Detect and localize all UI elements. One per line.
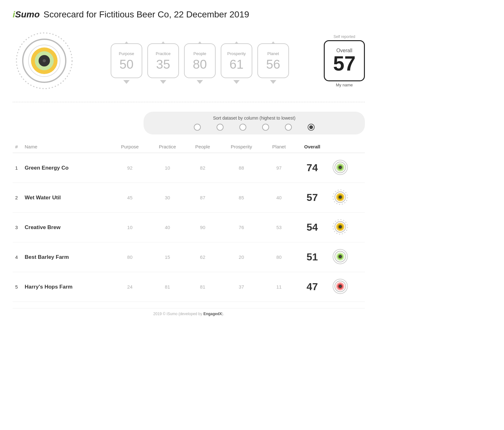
table-row: 3 Creative Brew 10 40 90 76 53 54	[13, 213, 365, 242]
score-card-label: Purpose	[119, 51, 134, 56]
overall-value: 57	[333, 53, 355, 74]
footer-link[interactable]: EngagedX	[203, 312, 222, 316]
score-card-purpose: Purpose 50	[111, 41, 142, 80]
bullseye-cell	[330, 272, 365, 302]
mini-bullseye-icon	[332, 219, 348, 235]
practice-cell: 30	[149, 183, 186, 213]
bullseye-cell	[330, 153, 365, 183]
score-card-box: People 80	[184, 43, 216, 78]
col-header-prosperity: Prosperity	[219, 141, 263, 153]
people-cell: 87	[186, 183, 219, 213]
name-cell: Best Barley Farm	[22, 242, 111, 272]
planet-cell: 53	[263, 213, 294, 242]
overall-section: Self reported Overall 57 My name	[324, 34, 365, 87]
mini-bullseye-icon	[332, 159, 348, 175]
score-card-box: Purpose 50	[111, 43, 142, 78]
planet-cell: 11	[263, 272, 294, 302]
score-card-practice: Practice 35	[147, 41, 179, 80]
score-card-value: 61	[230, 58, 244, 71]
bullseye-cell	[330, 242, 365, 272]
table-row: 5 Harry's Hops Farm 24 81 81 37 11 47	[13, 272, 365, 302]
sort-radio-purpose[interactable]	[194, 124, 201, 131]
score-card-value: 50	[120, 58, 134, 71]
sort-label: Sort dataset by column (highest to lowes…	[213, 115, 296, 121]
table-header-row: # Name Purpose Practice People Prosperit…	[13, 141, 365, 153]
arrow-down-icon	[197, 80, 203, 84]
score-card-label: Practice	[156, 51, 171, 56]
purpose-cell: 80	[111, 242, 149, 272]
score-card-prosperity: Prosperity 61	[221, 41, 252, 80]
purpose-cell: 10	[111, 213, 149, 242]
score-card-value: 80	[193, 58, 207, 71]
sort-section: Sort dataset by column (highest to lowes…	[13, 112, 365, 134]
practice-cell: 15	[149, 242, 186, 272]
arrow-down-icon	[123, 80, 130, 84]
col-header-purpose: Purpose	[111, 141, 149, 153]
planet-cell: 97	[263, 153, 294, 183]
svg-point-36	[340, 286, 341, 287]
rank-cell: 4	[13, 242, 22, 272]
planet-cell: 40	[263, 183, 294, 213]
bullseye-cell	[330, 213, 365, 242]
sort-radios	[194, 124, 315, 131]
overall-card: Overall 57	[324, 40, 365, 81]
purpose-cell: 24	[111, 272, 149, 302]
col-header-num: #	[13, 141, 22, 153]
purpose-cell: 92	[111, 153, 149, 183]
overall-cell: 74	[294, 153, 330, 183]
planet-cell: 80	[263, 242, 294, 272]
sort-radio-people[interactable]	[239, 124, 246, 131]
score-card-label: People	[194, 51, 206, 56]
overall-cell: 54	[294, 213, 330, 242]
score-card-box: Prosperity 61	[221, 43, 252, 78]
sort-radio-planet[interactable]	[285, 124, 292, 131]
svg-point-24	[340, 226, 341, 227]
col-header-practice: Practice	[149, 141, 186, 153]
my-name-label: My name	[336, 83, 353, 87]
overall-cell: 51	[294, 242, 330, 272]
practice-cell: 40	[149, 213, 186, 242]
name-cell: Harry's Hops Farm	[22, 272, 111, 302]
self-reported-label: Self reported	[334, 34, 355, 39]
col-header-icon	[330, 141, 365, 153]
practice-cell: 10	[149, 153, 186, 183]
score-cards: Purpose 50 Practice 35 People 80 Prosp	[82, 41, 317, 80]
sort-radio-practice[interactable]	[217, 124, 224, 131]
scorecard-top: Purpose 50 Practice 35 People 80 Prosp	[13, 29, 365, 102]
purpose-cell: 45	[111, 183, 149, 213]
sort-radio-prosperity[interactable]	[262, 124, 269, 131]
rank-cell: 5	[13, 272, 22, 302]
col-header-people: People	[186, 141, 219, 153]
svg-point-6	[43, 59, 46, 62]
score-card-box: Planet 56	[257, 43, 289, 78]
rank-cell: 2	[13, 183, 22, 213]
arrow-down-icon	[270, 80, 276, 84]
name-cell: Wet Water Util	[22, 183, 111, 213]
page-footer: 2019 © iSumo (developed by EngagedX).	[13, 308, 365, 316]
table-row: 4 Best Barley Farm 80 15 62 20 80 51	[13, 242, 365, 272]
arrow-down-icon	[233, 80, 240, 84]
page-title: Scorecard for Fictitious Beer Co, 22 Dec…	[44, 9, 249, 20]
isumo-logo: iSumo	[13, 9, 40, 20]
col-header-planet: Planet	[263, 141, 294, 153]
rank-cell: 3	[13, 213, 22, 242]
sort-radio-overall[interactable]	[308, 124, 315, 131]
people-cell: 62	[186, 242, 219, 272]
col-header-name: Name	[22, 141, 111, 153]
col-header-overall: Overall	[294, 141, 330, 153]
sort-bar: Sort dataset by column (highest to lowes…	[144, 112, 365, 134]
table-row: 2 Wet Water Util 45 30 87 85 40 57	[13, 183, 365, 213]
data-table: # Name Purpose Practice People Prosperit…	[13, 141, 365, 302]
people-cell: 82	[186, 153, 219, 183]
practice-cell: 81	[149, 272, 186, 302]
score-card-label: Planet	[267, 51, 279, 56]
prosperity-cell: 85	[219, 183, 263, 213]
bullseye-cell	[330, 183, 365, 213]
people-cell: 90	[186, 213, 219, 242]
arrow-down-icon	[160, 80, 166, 84]
score-card-value: 56	[266, 58, 280, 71]
prosperity-cell: 20	[219, 242, 263, 272]
rank-cell: 1	[13, 153, 22, 183]
mini-bullseye-icon	[332, 249, 348, 265]
score-card-people: People 80	[184, 41, 216, 80]
